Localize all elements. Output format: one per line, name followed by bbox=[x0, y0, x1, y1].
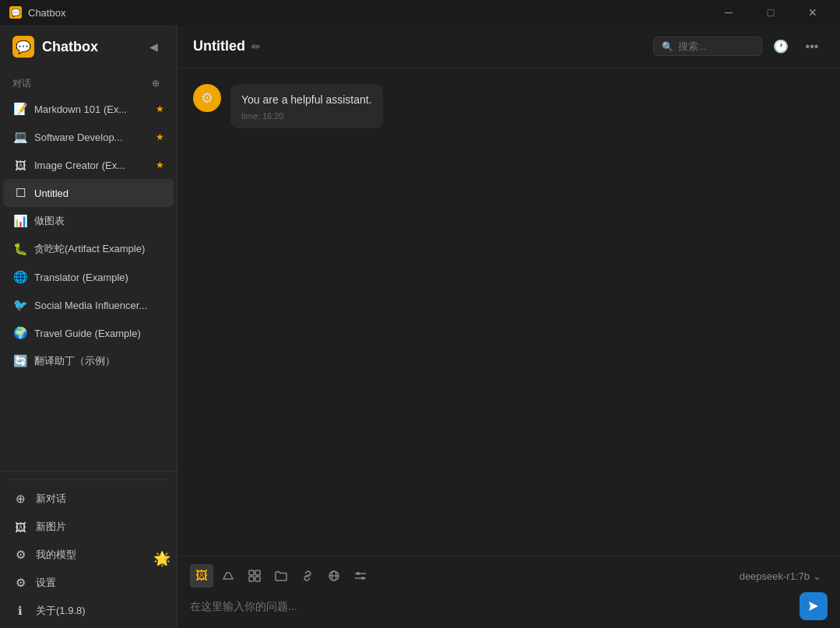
folder-tool-button[interactable] bbox=[269, 564, 293, 588]
svg-rect-2 bbox=[249, 577, 254, 581]
sidebar-item-social-media[interactable]: 🐦 Social Media Influencer... bbox=[3, 291, 174, 319]
chat-header: Untitled ✏ 🔍 🕐 ••• bbox=[177, 25, 840, 68]
titlebar: 💬 Chatbox ─ □ ✕ bbox=[0, 0, 840, 25]
sidebar-item-untitled[interactable]: ☐ Untitled bbox=[3, 179, 174, 207]
sidebar-header: 💬 Chatbox ◀ bbox=[0, 25, 177, 68]
about-label: 关于(1.9.8) bbox=[36, 604, 86, 618]
sidebar-item-image-creator[interactable]: 🖼 Image Creator (Ex... ★ bbox=[3, 151, 174, 179]
sidebar-section-label: 对话 bbox=[12, 77, 31, 90]
software-dev-icon: 💻 bbox=[12, 129, 28, 145]
svg-point-10 bbox=[361, 577, 364, 580]
new-conversation-label: 新对话 bbox=[36, 492, 66, 506]
sidebar-item-tanchichong[interactable]: 🐛 贪吃蛇(Artifact Example) bbox=[3, 235, 174, 263]
travel-guide-icon: 🌍 bbox=[12, 325, 28, 341]
chat-title-row: Untitled ✏ bbox=[193, 38, 261, 54]
input-tools: 🖼 bbox=[190, 564, 372, 588]
more-options-button[interactable]: ••• bbox=[800, 34, 824, 59]
brand-name: Chatbox bbox=[42, 39, 98, 55]
avatar: ⚙ bbox=[193, 84, 221, 112]
gallery-tool-button[interactable] bbox=[243, 564, 266, 588]
svg-rect-3 bbox=[255, 577, 260, 581]
svg-rect-0 bbox=[249, 570, 254, 575]
sidebar-item-markdown101[interactable]: 📝 Markdown 101 (Ex... ★ bbox=[3, 95, 174, 123]
sidebar-item-translator[interactable]: 🌐 Translator (Example) bbox=[3, 263, 174, 291]
star-icon: ★ bbox=[156, 103, 164, 114]
app-icon: 💬 bbox=[9, 6, 22, 19]
sidebar-item-new-image[interactable]: 🖼 新图片 bbox=[3, 513, 174, 541]
sidebar-item-text: 翻译助丁（示例） bbox=[34, 354, 164, 368]
translator-icon: 🌐 bbox=[12, 269, 28, 285]
table-row: ⚙ You are a helpful assistant. time: 16:… bbox=[193, 84, 824, 128]
search-icon: 🔍 bbox=[662, 41, 673, 52]
link-tool-button[interactable] bbox=[296, 564, 319, 588]
model-name: deepseek-r1:7b bbox=[740, 570, 810, 582]
sidebar-item-text: Image Creator (Ex... bbox=[34, 160, 149, 171]
sidebar-item-new-conversation[interactable]: ⊕ 新对话 bbox=[3, 485, 174, 513]
input-row bbox=[190, 592, 828, 620]
svg-point-9 bbox=[357, 572, 360, 575]
sidebar-item-text: Translator (Example) bbox=[34, 272, 164, 283]
input-toolbar: 🖼 bbox=[190, 564, 828, 588]
tanchichong-icon: 🐛 bbox=[12, 241, 28, 257]
sidebar: 💬 Chatbox ◀ 对话 ⊕ 📝 Markdown 101 (Ex... ★… bbox=[0, 25, 177, 628]
message-text: You are a helpful assistant. bbox=[241, 92, 372, 108]
new-conversation-icon: ⊕ bbox=[12, 491, 28, 507]
maximize-button[interactable]: □ bbox=[753, 0, 789, 25]
main-layout: 💬 Chatbox ◀ 对话 ⊕ 📝 Markdown 101 (Ex... ★… bbox=[0, 25, 840, 628]
sidebar-item-fanyi-zhuli[interactable]: 🔄 翻译助丁（示例） bbox=[3, 347, 174, 375]
settings-tool-button[interactable] bbox=[349, 564, 372, 588]
emoji-decoration: 🌟 bbox=[153, 550, 170, 567]
svg-rect-1 bbox=[255, 570, 260, 575]
my-models-icon: ⚙ bbox=[12, 547, 28, 563]
image-tool-button[interactable]: 🖼 bbox=[190, 564, 213, 588]
sidebar-item-about[interactable]: ℹ 关于(1.9.8) bbox=[3, 597, 174, 625]
sidebar-item-text: Social Media Influencer... bbox=[34, 300, 164, 311]
eraser-tool-button[interactable] bbox=[216, 564, 240, 588]
markdown101-icon: 📝 bbox=[12, 101, 28, 117]
close-button[interactable]: ✕ bbox=[795, 0, 831, 25]
sidebar-list: 📝 Markdown 101 (Ex... ★ 💻 Software Devel… bbox=[0, 95, 177, 471]
star-icon: ★ bbox=[156, 132, 164, 142]
sidebar-item-my-models[interactable]: ⚙ 我的模型 🌟 bbox=[3, 541, 174, 569]
untitled-icon: ☐ bbox=[12, 185, 28, 201]
minimize-button[interactable]: ─ bbox=[711, 0, 747, 25]
sidebar-item-software-dev[interactable]: 💻 Software Develop... ★ bbox=[3, 123, 174, 151]
model-selector[interactable]: deepseek-r1:7b ⌄ bbox=[733, 567, 828, 585]
sidebar-item-zuobiaozhang[interactable]: 📊 做图表 bbox=[3, 207, 174, 235]
model-chevron-icon: ⌄ bbox=[813, 570, 821, 582]
sidebar-item-text: Markdown 101 (Ex... bbox=[34, 103, 149, 115]
edit-title-icon[interactable]: ✏ bbox=[251, 40, 261, 53]
titlebar-left: 💬 Chatbox bbox=[9, 6, 65, 19]
sidebar-item-text: 贪吃蛇(Artifact Example) bbox=[34, 242, 164, 256]
sidebar-item-travel-guide[interactable]: 🌍 Travel Guide (Example) bbox=[3, 319, 174, 347]
sidebar-item-text: 做图表 bbox=[34, 214, 164, 228]
sidebar-collapse-button[interactable]: ◀ bbox=[142, 36, 164, 58]
star-icon: ★ bbox=[156, 160, 164, 170]
sidebar-item-text: Travel Guide (Example) bbox=[34, 328, 164, 339]
zuobiaozhang-icon: 📊 bbox=[12, 213, 28, 229]
new-image-icon: 🖼 bbox=[12, 519, 28, 535]
chat-input[interactable] bbox=[190, 597, 793, 616]
message-bubble: You are a helpful assistant. time: 16:20 bbox=[230, 84, 383, 128]
new-conversation-icon[interactable]: ⊕ bbox=[147, 75, 164, 92]
titlebar-controls: ─ □ ✕ bbox=[711, 0, 831, 25]
search-input[interactable] bbox=[678, 40, 748, 52]
search-box[interactable]: 🔍 bbox=[653, 37, 762, 56]
messages-area: ⚙ You are a helpful assistant. time: 16:… bbox=[177, 68, 840, 556]
social-media-icon: 🐦 bbox=[12, 297, 28, 313]
brand-icon: 💬 bbox=[12, 36, 34, 58]
globe-tool-button[interactable] bbox=[322, 564, 346, 588]
sidebar-brand: 💬 Chatbox bbox=[12, 36, 98, 58]
message-time: time: 16:20 bbox=[241, 111, 372, 121]
sidebar-item-settings[interactable]: ⚙ 设置 bbox=[3, 569, 174, 597]
about-icon: ℹ bbox=[12, 603, 28, 619]
new-image-label: 新图片 bbox=[36, 520, 66, 534]
settings-label: 设置 bbox=[36, 576, 56, 590]
sidebar-item-text: Untitled bbox=[34, 188, 164, 199]
chat-area: Untitled ✏ 🔍 🕐 ••• ⚙ You are a helpful a… bbox=[177, 25, 840, 628]
chat-header-actions: 🔍 🕐 ••• bbox=[653, 34, 824, 59]
send-button[interactable] bbox=[800, 592, 828, 620]
app-name: Chatbox bbox=[28, 7, 65, 19]
sidebar-section-header: 对话 ⊕ bbox=[0, 72, 177, 95]
history-button[interactable]: 🕐 bbox=[768, 34, 793, 59]
